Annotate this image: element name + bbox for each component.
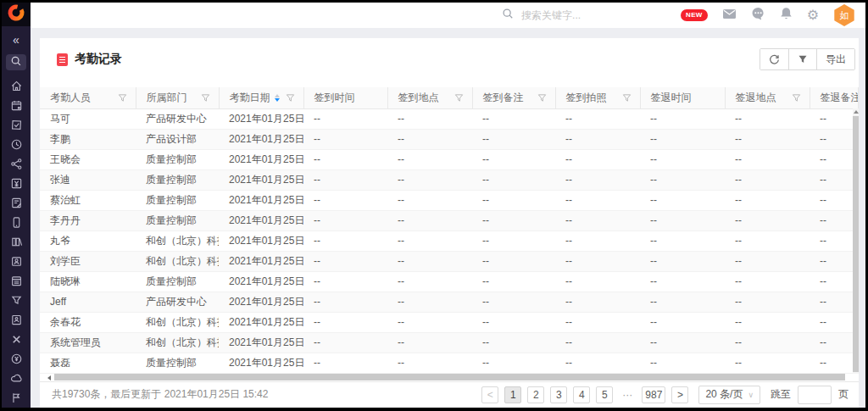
page-button-5[interactable]: 5 bbox=[596, 386, 613, 403]
new-badge[interactable]: NEW bbox=[681, 9, 708, 21]
currency-icon bbox=[10, 353, 23, 365]
prev-page-button[interactable]: < bbox=[481, 386, 498, 403]
bell-icon[interactable] bbox=[780, 7, 793, 24]
checkout-location-cell: -- bbox=[725, 230, 810, 251]
checkin-photo-cell: -- bbox=[555, 312, 640, 332]
refresh-button[interactable] bbox=[760, 49, 788, 69]
sidebar-item-funnel[interactable] bbox=[2, 291, 31, 310]
table-row[interactable]: 李丹丹质量控制部2021年01月25日 00:00-------------- bbox=[40, 210, 859, 230]
column-filter-icon[interactable] bbox=[454, 93, 464, 103]
page-size-select[interactable]: 20 条/页∨ bbox=[698, 386, 760, 404]
column-header[interactable]: 考勤人员 bbox=[40, 87, 136, 108]
table-row[interactable]: Jeff产品研发中心2021年01月25日 00:00-------------… bbox=[40, 292, 859, 312]
column-filter-icon[interactable] bbox=[622, 93, 632, 103]
attendee-name-cell: 张迪 bbox=[40, 169, 136, 190]
checkin-note-cell: -- bbox=[472, 169, 555, 190]
table-row[interactable]: 聂磊质量控制部2021年01月25日 00:00-------------- bbox=[40, 353, 859, 373]
table-row[interactable]: 丸爷和创（北京）科技股份...2021年01月25日 00:00--------… bbox=[40, 230, 859, 251]
column-header[interactable]: 签退地点 bbox=[725, 87, 810, 108]
column-filter-icon[interactable] bbox=[537, 93, 547, 103]
page-button-3[interactable]: 3 bbox=[550, 386, 567, 403]
vertical-scrollbar[interactable] bbox=[853, 108, 859, 374]
sidebar-item-cloud[interactable] bbox=[2, 369, 31, 388]
column-filter-icon[interactable] bbox=[792, 93, 801, 103]
checkin-photo-cell: -- bbox=[555, 332, 640, 353]
page-button-2[interactable]: 2 bbox=[527, 386, 544, 403]
chat-icon[interactable] bbox=[751, 7, 765, 24]
sidebar-item-search[interactable] bbox=[6, 54, 26, 70]
column-header[interactable]: 所属部门 bbox=[136, 87, 219, 108]
checkin-location-cell: -- bbox=[387, 108, 472, 129]
checkin-time-cell: -- bbox=[303, 332, 387, 353]
sidebar-item-mobile[interactable] bbox=[2, 213, 31, 232]
page-button-1[interactable]: 1 bbox=[504, 386, 521, 403]
sidebar-item-currency[interactable] bbox=[2, 349, 31, 369]
attendance-date-cell: 2021年01月25日 00:00 bbox=[219, 149, 303, 169]
table-row[interactable]: 李鹏产品设计部2021年01月25日 00:00-------------- bbox=[40, 129, 859, 149]
column-header[interactable]: 签到拍照 bbox=[555, 87, 640, 108]
app-logo[interactable] bbox=[2, 3, 31, 26]
sidebar-item-expense[interactable] bbox=[2, 174, 31, 193]
table-row[interactable]: 刘学臣和创（北京）科技股份...2021年01月25日 00:00-------… bbox=[40, 251, 859, 271]
next-page-button[interactable]: > bbox=[671, 386, 688, 403]
sidebar-item-library[interactable] bbox=[2, 232, 31, 252]
sidebar-item-calendar[interactable] bbox=[2, 96, 31, 115]
column-header[interactable]: 考勤日期 bbox=[219, 87, 303, 108]
column-header[interactable]: 签到地点 bbox=[387, 87, 472, 108]
table-row[interactable]: 系统管理员和创（北京）科技股份...2021年01月25日 00:00-----… bbox=[40, 332, 859, 353]
sidebar-item-report[interactable] bbox=[2, 193, 31, 213]
sort-icon[interactable] bbox=[275, 94, 280, 102]
table-row[interactable]: 蔡治虹质量控制部2021年01月25日 00:00-------------- bbox=[40, 190, 859, 210]
table-row[interactable]: 陆晓琳质量控制部2021年01月25日 00:00-------------- bbox=[40, 271, 859, 292]
scroll-up-icon[interactable] bbox=[854, 110, 859, 114]
horizontal-scrollbar-thumb[interactable] bbox=[54, 374, 845, 380]
content-area: 考勤记录 导出 bbox=[31, 28, 865, 408]
inbox-icon[interactable] bbox=[722, 8, 737, 24]
vertical-scrollbar-thumb[interactable] bbox=[853, 116, 859, 372]
table-row[interactable]: 余春花和创（北京）科技股份...2021年01月25日 00:00-------… bbox=[40, 312, 859, 332]
column-filter-icon[interactable] bbox=[118, 93, 127, 103]
sidebar-item-home[interactable] bbox=[2, 76, 31, 96]
scroll-left-icon[interactable] bbox=[47, 375, 51, 380]
sidebar-item-share[interactable] bbox=[2, 154, 31, 174]
sidebar-item-schedule[interactable] bbox=[2, 271, 31, 291]
column-header[interactable]: 签到备注 bbox=[472, 87, 555, 108]
column-filter-icon[interactable] bbox=[286, 93, 295, 103]
sidebar-item-close[interactable] bbox=[2, 330, 31, 349]
checkin-photo-cell: -- bbox=[555, 292, 640, 312]
department-cell: 质量控制部 bbox=[136, 169, 219, 190]
checkin-time-cell: -- bbox=[303, 271, 387, 292]
search-input[interactable] bbox=[520, 8, 642, 22]
sidebar-item-clock[interactable] bbox=[2, 135, 31, 154]
global-search[interactable] bbox=[502, 8, 642, 23]
column-header[interactable]: 签到时间 bbox=[303, 87, 387, 108]
sidebar-item-approval[interactable] bbox=[2, 115, 31, 135]
page-title: 考勤记录 bbox=[75, 52, 122, 67]
sidebar-collapse-button[interactable]: « bbox=[13, 30, 19, 49]
table-row[interactable]: 马可产品研发中心2021年01月25日 00:00-------------- bbox=[40, 108, 859, 129]
department-cell: 和创（北京）科技股份... bbox=[136, 230, 219, 251]
cloud-icon bbox=[10, 372, 23, 385]
export-button[interactable]: 导出 bbox=[816, 49, 854, 69]
filter-button[interactable] bbox=[788, 49, 816, 69]
column-filter-icon[interactable] bbox=[201, 93, 210, 103]
column-header[interactable]: 签退备注 bbox=[810, 87, 859, 108]
table-row[interactable]: 张迪质量控制部2021年01月25日 00:00-------------- bbox=[40, 169, 859, 190]
checkout-location-cell: -- bbox=[725, 312, 810, 332]
sidebar-item-id-card[interactable] bbox=[2, 252, 31, 271]
gear-icon[interactable]: ⚙ bbox=[807, 8, 819, 22]
table-row[interactable]: 王晓会质量控制部2021年01月25日 00:00-------------- bbox=[40, 149, 859, 169]
horizontal-scrollbar[interactable] bbox=[40, 374, 859, 381]
column-header[interactable]: 签退时间 bbox=[640, 87, 725, 108]
checkin-note-cell: -- bbox=[472, 332, 555, 353]
user-avatar[interactable]: 如 bbox=[833, 4, 855, 26]
page-button-987[interactable]: 987 bbox=[642, 386, 665, 403]
checkout-note-cell: -- bbox=[810, 190, 859, 210]
search-icon bbox=[10, 55, 22, 70]
sidebar-item-archive[interactable] bbox=[2, 310, 31, 330]
page-button-4[interactable]: 4 bbox=[573, 386, 590, 403]
table-footer: 共19730条，最后更新于 2021年01月25日 15:42 <12345··… bbox=[40, 381, 859, 408]
mobile-icon bbox=[10, 216, 23, 229]
sidebar-item-project[interactable] bbox=[2, 388, 31, 408]
jump-page-input[interactable] bbox=[798, 386, 832, 404]
